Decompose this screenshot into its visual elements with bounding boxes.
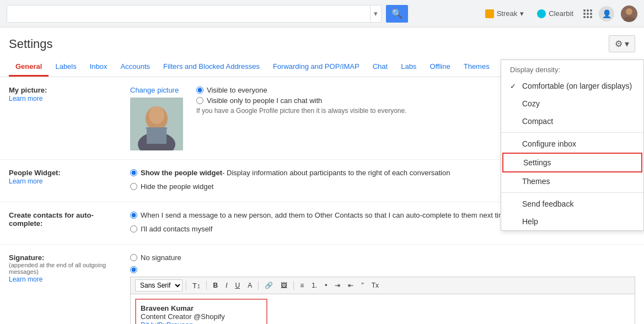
notifications-icon[interactable]: 👤 <box>599 6 614 21</box>
send-feedback-check-icon <box>510 200 519 208</box>
tab-labs[interactable]: Labs <box>394 58 423 77</box>
signature-learn-more[interactable]: Learn more <box>9 276 42 283</box>
tab-chat[interactable]: Chat <box>366 58 394 77</box>
menu-divider-1 <box>501 132 643 133</box>
tab-accounts[interactable]: Accounts <box>114 58 157 77</box>
toolbar-separator-1 <box>186 281 186 290</box>
text-size-button[interactable]: T↕ <box>190 280 203 291</box>
indent-button[interactable]: ⇥ <box>332 280 343 290</box>
align-button[interactable]: ≡ <box>297 280 307 290</box>
font-select[interactable]: Sans Serif <box>135 279 183 291</box>
image-button[interactable]: 🖼 <box>278 280 290 290</box>
profile-photo <box>130 98 183 150</box>
streak-caret-icon: ▾ <box>520 9 524 18</box>
clear-format-button[interactable]: Tx <box>369 280 382 290</box>
show-widget-label: Show the people widget <box>141 169 222 177</box>
picture-label: My picture: <box>9 86 119 94</box>
gear-button[interactable]: ⚙ ▾ <box>609 35 635 52</box>
clearbit-app-button[interactable]: Clearbit <box>534 7 577 20</box>
hide-widget-radio[interactable] <box>130 183 137 190</box>
auto-add-radio[interactable] <box>130 212 137 219</box>
bold-button[interactable]: B <box>210 280 221 290</box>
show-widget-radio[interactable] <box>130 169 137 176</box>
settings-title-row: Settings ⚙ ▾ <box>9 35 635 52</box>
themes-check-icon <box>510 177 519 186</box>
visible-everyone-option: Visible to everyone <box>196 86 407 94</box>
signature-label: Signature: <box>9 253 119 262</box>
manual-add-radio[interactable] <box>130 225 137 233</box>
manual-add-label: I'll add contacts myself <box>141 225 212 233</box>
sig-name: Braveen Kumar <box>141 304 262 312</box>
send-feedback-option[interactable]: Send feedback <box>501 195 643 213</box>
tab-forwarding[interactable]: Forwarding and POP/IMAP <box>266 58 366 77</box>
visible-everyone-label: Visible to everyone <box>207 86 267 94</box>
picture-left: Change picture <box>130 86 183 150</box>
people-widget-label-col: People Widget: Learn more <box>9 169 130 193</box>
sig-link1[interactable]: Bit.ly/ByBraveen <box>141 321 193 324</box>
configure-inbox-option[interactable]: Configure inbox <box>501 135 643 153</box>
search-dropdown-button[interactable]: ▾ <box>370 6 381 22</box>
link-button[interactable]: 🔗 <box>262 280 276 290</box>
has-signature-radio[interactable] <box>130 266 137 273</box>
outdent-button[interactable]: ⇤ <box>345 280 356 290</box>
signature-label-col: Signature: (appended at the end of all o… <box>9 253 130 324</box>
signature-editor[interactable]: Braveen Kumar Content Creator @Shopify B… <box>130 294 635 324</box>
search-bar: ▾ <box>7 5 382 23</box>
people-widget-learn-more[interactable]: Learn more <box>9 177 42 185</box>
compact-option[interactable]: Compact <box>501 112 643 130</box>
auto-add-label: When I send a message to a new person, a… <box>141 211 508 219</box>
tab-inbox[interactable]: Inbox <box>83 58 114 77</box>
tab-labels[interactable]: Labels <box>49 58 83 77</box>
streak-app-button[interactable]: Streak ▾ <box>482 7 528 20</box>
picture-learn-more[interactable]: Learn more <box>9 95 42 102</box>
topbar-right: Streak ▾ Clearbit 👤 <box>482 6 637 22</box>
search-input[interactable] <box>7 9 370 18</box>
signature-row: Signature: (appended at the end of all o… <box>0 245 644 324</box>
change-picture-link[interactable]: Change picture <box>130 86 183 94</box>
visible-chat-option: Visible only to people I can chat with <box>196 96 407 105</box>
picture-label-col: My picture: Learn more <box>9 86 130 150</box>
settings-check-icon <box>511 159 520 167</box>
toolbar-separator-4 <box>293 281 294 290</box>
tab-general[interactable]: General <box>9 58 49 77</box>
cozy-option[interactable]: Cozy <box>501 95 643 112</box>
themes-option[interactable]: Themes <box>501 172 643 190</box>
visibility-description: If you have a Google Profile picture the… <box>196 107 407 115</box>
auto-complete-label: Create contacts for auto-complete: <box>9 211 119 228</box>
toolbar-separator-3 <box>258 281 259 290</box>
topbar: ▾ 🔍 Streak ▾ Clearbit 👤 <box>0 0 644 28</box>
people-widget-label: People Widget: <box>9 169 119 177</box>
themes-label: Themes <box>522 177 550 186</box>
tab-offline[interactable]: Offline <box>423 58 457 77</box>
italic-button[interactable]: I <box>223 280 230 290</box>
visible-everyone-radio[interactable] <box>196 87 203 94</box>
text-color-button[interactable]: A <box>245 280 255 290</box>
comfortable-label: Comfortable (on larger displays) <box>522 82 632 90</box>
ul-button[interactable]: • <box>322 280 330 290</box>
comfortable-option[interactable]: ✓ Comfortable (on larger displays) <box>501 77 643 95</box>
settings-option[interactable]: Settings <box>502 153 642 172</box>
has-signature-option <box>130 266 635 273</box>
tab-filters[interactable]: Filters and Blocked Addresses <box>157 58 266 77</box>
visibility-options: Visible to everyone Visible only to peop… <box>196 86 407 115</box>
display-density-title: Display density: <box>501 60 643 77</box>
menu-divider-2 <box>501 192 643 193</box>
avatar[interactable] <box>621 6 637 22</box>
search-button[interactable]: 🔍 <box>386 5 408 23</box>
configure-inbox-label: Configure inbox <box>522 139 576 148</box>
underline-button[interactable]: U <box>232 280 243 290</box>
visible-chat-radio[interactable] <box>196 97 203 104</box>
signature-content-box: Braveen Kumar Content Creator @Shopify B… <box>135 299 267 324</box>
no-signature-label: No signature <box>141 253 181 262</box>
ol-button[interactable]: 1. <box>309 280 320 290</box>
cozy-check-icon <box>510 100 519 108</box>
no-signature-option: No signature <box>130 253 635 262</box>
help-check-icon <box>510 218 519 226</box>
help-option[interactable]: Help <box>501 213 643 230</box>
page-title: Settings <box>9 37 53 51</box>
tab-themes[interactable]: Themes <box>457 58 496 77</box>
quote-button[interactable]: " <box>358 280 366 290</box>
apps-grid-icon[interactable] <box>583 9 592 18</box>
no-signature-radio[interactable] <box>130 254 137 261</box>
signature-content: No signature Sans Serif T↕ B I U A 🔗 🖼 <box>130 253 635 324</box>
